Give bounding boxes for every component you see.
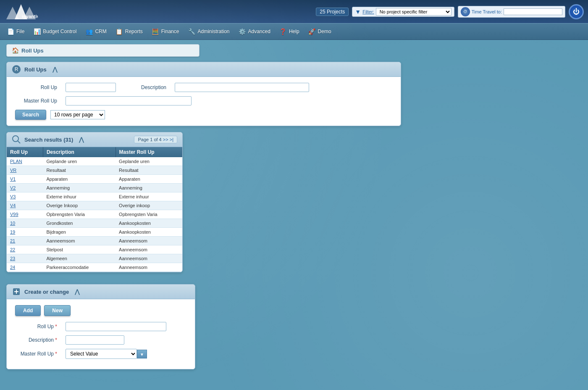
nav-crm[interactable]: 👥 CRM [81, 26, 110, 37]
create-section-icon [12, 287, 21, 296]
description-cell: Externe inhuur [43, 192, 116, 201]
svg-text:R: R [15, 66, 18, 72]
time-travel-label: Time Travel to: [472, 9, 502, 14]
table-row[interactable]: 24ParkeeraccomodatieAanneemsom [7, 263, 182, 272]
roll-up-link[interactable]: 23 [10, 256, 15, 261]
nav-help[interactable]: ❓ Help [275, 26, 304, 37]
breadcrumb-label: Roll Ups [21, 47, 44, 54]
finance-icon: 🧮 [151, 27, 160, 36]
time-travel-icon: ⏱ [461, 7, 470, 16]
next-page-btn[interactable]: >> [163, 137, 170, 142]
results-create-area: Search results (31) ⋀ Page 1 of 4 >> >| … [6, 132, 582, 278]
roll-up-link[interactable]: 24 [10, 265, 15, 270]
nav-budget-control[interactable]: 📊 Budget Control [29, 26, 81, 37]
nav-administration[interactable]: 🔧 Administration [183, 26, 234, 37]
table-row[interactable]: V2AannemingAanneming [7, 184, 182, 192]
description-input[interactable] [175, 83, 309, 92]
nav-finance[interactable]: 🧮 Finance [147, 26, 184, 37]
pagination: Page 1 of 4 >> >| [134, 136, 177, 143]
nav-reports[interactable]: 📋 Reports [111, 26, 147, 37]
filter-select[interactable]: No project specific filter [376, 8, 452, 16]
roll-up-link[interactable]: V99 [10, 212, 18, 217]
description-cell: Parkeeraccomodatie [43, 263, 116, 272]
power-button[interactable] [569, 4, 584, 19]
table-row[interactable]: 23AlgemeenAanneemsom [7, 254, 182, 263]
search-section-header[interactable]: R Roll Ups ⋀ [7, 62, 401, 77]
pagination-text: Page 1 of 4 [138, 137, 161, 142]
nav-demo[interactable]: 🚀 Demo [304, 26, 336, 37]
logo-area: invantive [4, 3, 38, 20]
nav-administration-label: Administration [197, 29, 229, 34]
col-description[interactable]: Description [43, 147, 116, 157]
results-title: Search results (31) [24, 137, 73, 143]
roll-up-link[interactable]: 10 [10, 221, 15, 226]
create-section-header[interactable]: Create or change ⋀ [7, 285, 195, 299]
roll-up-link[interactable]: 19 [10, 229, 15, 235]
description-cell: Stelpost [43, 245, 116, 254]
results-table-scroll: Roll Up Description Master Roll Up PLANG… [7, 147, 182, 272]
demo-icon: 🚀 [308, 27, 316, 36]
create-description-input[interactable] [66, 335, 124, 345]
results-collapse-btn[interactable]: ⋀ [79, 136, 84, 143]
description-cell: Opbrengsten Varia [43, 210, 116, 219]
create-roll-up-label: Roll Up [15, 324, 57, 329]
top-bar: invantive 25 Projects ▼ Filter: No proje… [0, 0, 588, 23]
master-cell: Aanneemsom [116, 245, 182, 254]
nav-advanced[interactable]: ⚙️ Advanced [234, 26, 275, 37]
col-master-roll-up[interactable]: Master Roll Up [116, 147, 182, 157]
new-button[interactable]: New [44, 305, 71, 316]
master-roll-up-input[interactable] [66, 96, 192, 105]
col-roll-up[interactable]: Roll Up [7, 147, 43, 157]
master-cell: Aanneemsom [116, 263, 182, 272]
table-row[interactable]: 10GrondkostenAankoopkosten [7, 219, 182, 228]
roll-up-link[interactable]: V3 [10, 194, 16, 199]
roll-up-link[interactable]: 22 [10, 247, 15, 252]
table-row[interactable]: V1ApparatenApparaten [7, 175, 182, 184]
roll-up-link[interactable]: V2 [10, 185, 16, 190]
nav-advanced-label: Advanced [248, 29, 270, 34]
nav-help-label: Help [289, 29, 299, 34]
roll-ups-header-icon: R [12, 65, 21, 74]
roll-up-link[interactable]: VR [10, 168, 16, 173]
rows-per-page-select[interactable]: 10 rows per page 25 rows per page 50 row… [50, 110, 105, 119]
filter-link[interactable]: Filter: [362, 9, 374, 14]
roll-up-input[interactable] [66, 83, 116, 92]
nav-file[interactable]: 📄 File [2, 26, 29, 37]
nav-demo-label: Demo [318, 29, 331, 34]
roll-up-link[interactable]: V1 [10, 177, 16, 182]
table-row[interactable]: 21AanneemsomAanneemsom [7, 237, 182, 245]
table-row[interactable]: V99Opbrengsten VariaOpbrengsten Varia [7, 210, 182, 219]
table-row[interactable]: VRResultaatResultaat [7, 166, 182, 175]
master-select-btn[interactable] [137, 350, 147, 358]
projects-count: 25 Projects [316, 8, 349, 16]
time-travel-input[interactable] [504, 8, 562, 15]
top-right-controls: 25 Projects ▼ Filter: No project specifi… [316, 4, 584, 19]
table-row[interactable]: 22StelpostAanneemsom [7, 245, 182, 254]
last-page-btn[interactable]: >| [170, 137, 173, 142]
create-roll-up-input[interactable] [66, 322, 166, 331]
master-cell: Aanneming [116, 184, 182, 192]
roll-up-link[interactable]: V4 [10, 203, 16, 208]
create-description-row: Description [15, 335, 186, 345]
create-collapse-btn[interactable]: ⋀ [75, 288, 79, 295]
table-row[interactable]: V4Overige InkoopOverige inkoop [7, 201, 182, 210]
create-master-row: Master Roll Up Select Value Geplande ure… [15, 349, 186, 359]
nav-file-label: File [16, 29, 24, 34]
description-cell: Apparaten [43, 175, 116, 184]
roll-up-link[interactable]: 21 [10, 238, 15, 243]
master-cell: Geplande uren [116, 157, 182, 166]
master-roll-up-select[interactable]: Select Value Geplande uren Resultaat App… [66, 349, 137, 359]
search-button[interactable]: Search [15, 110, 46, 120]
master-roll-up-row: Master Roll Up [15, 96, 392, 105]
crm-icon: 👥 [85, 27, 93, 36]
table-row[interactable]: V3Externe inhuurExterne inhuur [7, 192, 182, 201]
table-row[interactable]: 19BijdragenAankoopkosten [7, 228, 182, 237]
results-header: Search results (31) ⋀ Page 1 of 4 >> >| [7, 132, 182, 147]
description-cell: Overige Inkoop [43, 201, 116, 210]
search-collapse-btn[interactable]: ⋀ [52, 66, 57, 73]
roll-up-label: Roll Up [15, 84, 57, 90]
table-row[interactable]: PLANGeplande urenGeplande uren [7, 157, 182, 166]
roll-up-link[interactable]: PLAN [10, 159, 22, 164]
file-icon: 📄 [6, 27, 15, 36]
add-button[interactable]: Add [15, 305, 41, 316]
